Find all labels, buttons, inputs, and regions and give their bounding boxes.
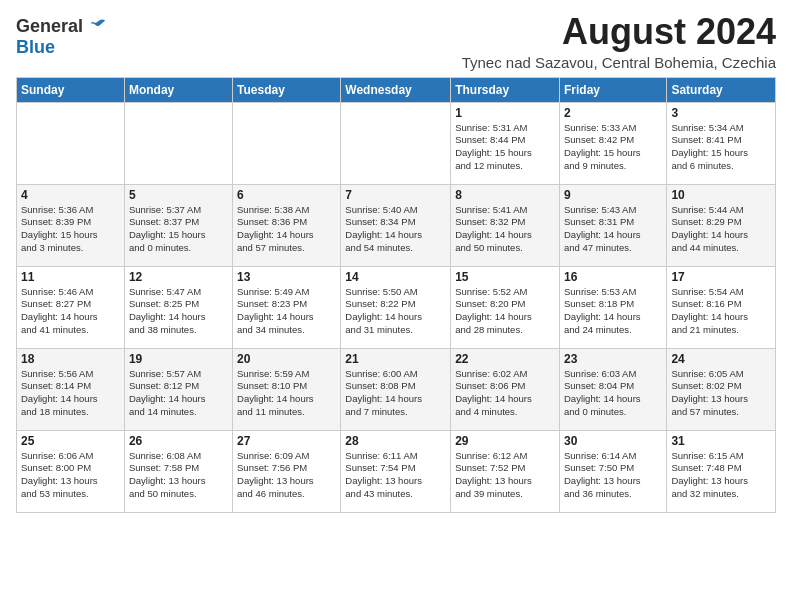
day-cell: 22Sunrise: 6:02 AM Sunset: 8:06 PM Dayli… [451,348,560,430]
day-cell [341,102,451,184]
day-number: 1 [455,106,555,120]
calendar: SundayMondayTuesdayWednesdayThursdayFrid… [16,77,776,513]
day-number: 20 [237,352,336,366]
day-info: Sunrise: 5:47 AM Sunset: 8:25 PM Dayligh… [129,286,228,337]
col-header-wednesday: Wednesday [341,77,451,102]
day-info: Sunrise: 5:40 AM Sunset: 8:34 PM Dayligh… [345,204,446,255]
day-cell: 8Sunrise: 5:41 AM Sunset: 8:32 PM Daylig… [451,184,560,266]
week-row-1: 1Sunrise: 5:31 AM Sunset: 8:44 PM Daylig… [17,102,776,184]
day-number: 26 [129,434,228,448]
day-number: 29 [455,434,555,448]
day-cell [233,102,341,184]
day-number: 3 [671,106,771,120]
day-info: Sunrise: 5:49 AM Sunset: 8:23 PM Dayligh… [237,286,336,337]
day-cell: 25Sunrise: 6:06 AM Sunset: 8:00 PM Dayli… [17,430,125,512]
title-block: August 2024 Tynec nad Sazavou, Central B… [462,12,776,71]
day-number: 13 [237,270,336,284]
day-cell: 17Sunrise: 5:54 AM Sunset: 8:16 PM Dayli… [667,266,776,348]
day-info: Sunrise: 6:03 AM Sunset: 8:04 PM Dayligh… [564,368,662,419]
day-info: Sunrise: 6:09 AM Sunset: 7:56 PM Dayligh… [237,450,336,501]
col-header-thursday: Thursday [451,77,560,102]
day-number: 5 [129,188,228,202]
week-row-3: 11Sunrise: 5:46 AM Sunset: 8:27 PM Dayli… [17,266,776,348]
day-cell: 15Sunrise: 5:52 AM Sunset: 8:20 PM Dayli… [451,266,560,348]
day-number: 31 [671,434,771,448]
day-cell: 21Sunrise: 6:00 AM Sunset: 8:08 PM Dayli… [341,348,451,430]
day-cell: 4Sunrise: 5:36 AM Sunset: 8:39 PM Daylig… [17,184,125,266]
day-info: Sunrise: 5:33 AM Sunset: 8:42 PM Dayligh… [564,122,662,173]
day-info: Sunrise: 5:59 AM Sunset: 8:10 PM Dayligh… [237,368,336,419]
col-header-tuesday: Tuesday [233,77,341,102]
day-cell: 28Sunrise: 6:11 AM Sunset: 7:54 PM Dayli… [341,430,451,512]
day-cell: 2Sunrise: 5:33 AM Sunset: 8:42 PM Daylig… [559,102,666,184]
col-header-monday: Monday [124,77,232,102]
day-info: Sunrise: 5:43 AM Sunset: 8:31 PM Dayligh… [564,204,662,255]
week-row-4: 18Sunrise: 5:56 AM Sunset: 8:14 PM Dayli… [17,348,776,430]
day-info: Sunrise: 6:12 AM Sunset: 7:52 PM Dayligh… [455,450,555,501]
day-info: Sunrise: 6:05 AM Sunset: 8:02 PM Dayligh… [671,368,771,419]
day-number: 30 [564,434,662,448]
day-cell [17,102,125,184]
day-cell: 23Sunrise: 6:03 AM Sunset: 8:04 PM Dayli… [559,348,666,430]
day-number: 12 [129,270,228,284]
day-info: Sunrise: 5:57 AM Sunset: 8:12 PM Dayligh… [129,368,228,419]
day-cell: 9Sunrise: 5:43 AM Sunset: 8:31 PM Daylig… [559,184,666,266]
day-number: 6 [237,188,336,202]
day-number: 16 [564,270,662,284]
day-cell: 1Sunrise: 5:31 AM Sunset: 8:44 PM Daylig… [451,102,560,184]
day-number: 14 [345,270,446,284]
day-number: 19 [129,352,228,366]
day-number: 9 [564,188,662,202]
day-cell: 30Sunrise: 6:14 AM Sunset: 7:50 PM Dayli… [559,430,666,512]
day-cell: 11Sunrise: 5:46 AM Sunset: 8:27 PM Dayli… [17,266,125,348]
week-row-2: 4Sunrise: 5:36 AM Sunset: 8:39 PM Daylig… [17,184,776,266]
day-info: Sunrise: 5:37 AM Sunset: 8:37 PM Dayligh… [129,204,228,255]
month-year: August 2024 [462,12,776,52]
day-number: 10 [671,188,771,202]
day-info: Sunrise: 6:08 AM Sunset: 7:58 PM Dayligh… [129,450,228,501]
day-cell: 24Sunrise: 6:05 AM Sunset: 8:02 PM Dayli… [667,348,776,430]
day-number: 28 [345,434,446,448]
day-info: Sunrise: 5:38 AM Sunset: 8:36 PM Dayligh… [237,204,336,255]
page: General Blue August 2024 Tynec nad Sazav… [0,0,792,521]
day-info: Sunrise: 5:50 AM Sunset: 8:22 PM Dayligh… [345,286,446,337]
day-info: Sunrise: 5:53 AM Sunset: 8:18 PM Dayligh… [564,286,662,337]
day-number: 2 [564,106,662,120]
day-number: 24 [671,352,771,366]
day-cell: 16Sunrise: 5:53 AM Sunset: 8:18 PM Dayli… [559,266,666,348]
day-cell: 13Sunrise: 5:49 AM Sunset: 8:23 PM Dayli… [233,266,341,348]
day-info: Sunrise: 5:52 AM Sunset: 8:20 PM Dayligh… [455,286,555,337]
day-number: 4 [21,188,120,202]
col-header-sunday: Sunday [17,77,125,102]
logo-general: General [16,17,83,37]
day-info: Sunrise: 5:34 AM Sunset: 8:41 PM Dayligh… [671,122,771,173]
day-number: 18 [21,352,120,366]
day-cell: 14Sunrise: 5:50 AM Sunset: 8:22 PM Dayli… [341,266,451,348]
day-cell [124,102,232,184]
col-header-friday: Friday [559,77,666,102]
day-cell: 10Sunrise: 5:44 AM Sunset: 8:29 PM Dayli… [667,184,776,266]
logo: General Blue [16,16,107,58]
day-info: Sunrise: 6:06 AM Sunset: 8:00 PM Dayligh… [21,450,120,501]
day-cell: 27Sunrise: 6:09 AM Sunset: 7:56 PM Dayli… [233,430,341,512]
day-info: Sunrise: 5:36 AM Sunset: 8:39 PM Dayligh… [21,204,120,255]
day-number: 17 [671,270,771,284]
day-info: Sunrise: 6:14 AM Sunset: 7:50 PM Dayligh… [564,450,662,501]
day-cell: 31Sunrise: 6:15 AM Sunset: 7:48 PM Dayli… [667,430,776,512]
day-number: 22 [455,352,555,366]
day-number: 25 [21,434,120,448]
day-info: Sunrise: 5:31 AM Sunset: 8:44 PM Dayligh… [455,122,555,173]
week-row-5: 25Sunrise: 6:06 AM Sunset: 8:00 PM Dayli… [17,430,776,512]
header: General Blue August 2024 Tynec nad Sazav… [16,12,776,71]
day-info: Sunrise: 6:11 AM Sunset: 7:54 PM Dayligh… [345,450,446,501]
day-cell: 19Sunrise: 5:57 AM Sunset: 8:12 PM Dayli… [124,348,232,430]
location: Tynec nad Sazavou, Central Bohemia, Czec… [462,54,776,71]
day-cell: 5Sunrise: 5:37 AM Sunset: 8:37 PM Daylig… [124,184,232,266]
day-number: 21 [345,352,446,366]
day-cell: 20Sunrise: 5:59 AM Sunset: 8:10 PM Dayli… [233,348,341,430]
day-number: 27 [237,434,336,448]
day-number: 15 [455,270,555,284]
day-info: Sunrise: 6:00 AM Sunset: 8:08 PM Dayligh… [345,368,446,419]
day-info: Sunrise: 5:46 AM Sunset: 8:27 PM Dayligh… [21,286,120,337]
day-cell: 29Sunrise: 6:12 AM Sunset: 7:52 PM Dayli… [451,430,560,512]
